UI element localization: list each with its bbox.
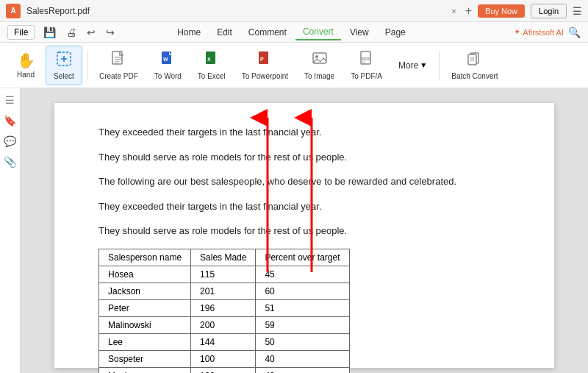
more-chevron-icon: ▼ bbox=[420, 61, 427, 69]
quick-access-toolbar: 💾 🖨 ↩ ↪ bbox=[40, 25, 118, 40]
menu-bar: File 💾 🖨 ↩ ↪ Home Edit Comment Convert V… bbox=[0, 22, 588, 43]
table-cell-1-1: 201 bbox=[191, 283, 256, 299]
table-row: Lee14450 bbox=[99, 333, 350, 350]
paragraph-3: The following are our best salespeople, … bbox=[98, 174, 510, 189]
table-cell-2-1: 196 bbox=[191, 299, 256, 316]
select-tool-button[interactable]: Select bbox=[46, 46, 82, 85]
table-cell-1-0: Jackson bbox=[99, 283, 191, 299]
table-row: Jackson20160 bbox=[99, 283, 350, 299]
login-button[interactable]: Login bbox=[531, 4, 567, 18]
to-image-label: To Image bbox=[304, 72, 334, 80]
nav-home[interactable]: Home bbox=[170, 25, 208, 40]
pdf-page: They exceeded their targets in the last … bbox=[54, 103, 554, 368]
menu-bar-left: File 💾 🖨 ↩ ↪ bbox=[7, 25, 118, 40]
create-pdf-icon bbox=[110, 51, 126, 71]
table-cell-2-2: 51 bbox=[256, 299, 349, 316]
svg-text:/A: /A bbox=[362, 60, 365, 64]
nav-edit[interactable]: Edit bbox=[209, 25, 240, 40]
svg-point-14 bbox=[315, 55, 318, 58]
table-row: Sospeter10040 bbox=[99, 350, 350, 367]
to-powerpoint-icon: P bbox=[257, 51, 273, 71]
content-area: They exceeded their targets in the last … bbox=[21, 88, 588, 373]
app-logo: A bbox=[6, 4, 21, 18]
table-row: Hosea11545 bbox=[99, 266, 350, 283]
nav-page[interactable]: Page bbox=[378, 25, 413, 40]
table-row: Malinowski20059 bbox=[99, 316, 350, 333]
table-cell-4-1: 144 bbox=[191, 333, 256, 350]
ai-star-icon: ✦ bbox=[514, 27, 520, 37]
sidebar-panel-icon[interactable]: ☰ bbox=[5, 94, 15, 106]
to-pdfa-icon: PDF /A bbox=[359, 51, 375, 71]
paragraph-4: They exceeded their targets in the last … bbox=[98, 199, 510, 214]
main-layout: ☰ 🔖 💬 📎 They exceeded their targets bbox=[0, 88, 588, 373]
to-excel-icon: X bbox=[204, 51, 220, 71]
table-cell-5-2: 40 bbox=[256, 350, 349, 367]
close-tab-button[interactable]: × bbox=[451, 7, 456, 15]
batch-convert-icon bbox=[467, 51, 483, 71]
title-bar-right: Buy Now Login ☰ bbox=[478, 4, 582, 18]
table-cell-0-2: 45 bbox=[256, 266, 349, 283]
table-row: Mackau12043 bbox=[99, 367, 350, 373]
save-icon-button[interactable]: 💾 bbox=[40, 25, 59, 40]
hamburger-menu-icon[interactable]: ☰ bbox=[573, 5, 582, 17]
nav-view[interactable]: View bbox=[343, 25, 376, 40]
nav-convert[interactable]: Convert bbox=[295, 24, 341, 40]
nav-comment[interactable]: Comment bbox=[241, 25, 294, 40]
table-cell-6-0: Mackau bbox=[99, 367, 191, 373]
table-cell-3-0: Malinowski bbox=[99, 316, 191, 333]
toolbar-separator-1 bbox=[87, 51, 87, 80]
left-sidebar: ☰ 🔖 💬 📎 bbox=[0, 88, 21, 373]
table-cell-4-2: 50 bbox=[256, 333, 349, 350]
select-icon bbox=[56, 51, 72, 71]
title-bar: A SalesReport.pdf × + Buy Now Login ☰ bbox=[0, 0, 588, 22]
sidebar-comment-icon[interactable]: 💬 bbox=[4, 135, 16, 147]
create-pdf-button[interactable]: Create PDF bbox=[92, 46, 146, 85]
col-header-sales: Sales Made bbox=[191, 249, 256, 266]
toolbar-separator-2 bbox=[439, 51, 440, 80]
buy-now-button[interactable]: Buy Now bbox=[478, 4, 525, 18]
redo-icon-button[interactable]: ↪ bbox=[103, 25, 118, 40]
more-label: More bbox=[398, 60, 418, 71]
to-excel-label: To Excel bbox=[198, 72, 226, 80]
table-cell-0-0: Hosea bbox=[99, 266, 191, 283]
col-header-percent: Percent over target bbox=[256, 249, 349, 266]
create-pdf-label: Create PDF bbox=[99, 72, 138, 80]
paragraph-5: They should serve as role models for the… bbox=[98, 224, 510, 238]
table-cell-3-1: 200 bbox=[191, 316, 256, 333]
svg-rect-19 bbox=[468, 54, 476, 65]
table-cell-2-0: Peter bbox=[99, 299, 191, 316]
to-pdfa-button[interactable]: PDF /A To PDF/A bbox=[343, 46, 390, 85]
to-powerpoint-button[interactable]: P To Powerpoint bbox=[234, 46, 295, 85]
table-cell-5-1: 100 bbox=[191, 350, 256, 367]
undo-icon-button[interactable]: ↩ bbox=[84, 25, 98, 40]
search-button[interactable]: 🔍 bbox=[568, 26, 581, 38]
hand-label: Hand bbox=[17, 71, 35, 79]
nav-menu: Home Edit Comment Convert View Page bbox=[170, 24, 413, 40]
to-word-button[interactable]: W To Word bbox=[147, 46, 189, 85]
table-cell-4-0: Lee bbox=[99, 333, 191, 350]
new-tab-button[interactable]: + bbox=[465, 4, 472, 18]
table-cell-0-1: 115 bbox=[191, 266, 256, 283]
hand-tool-button[interactable]: ✋ Hand bbox=[7, 46, 44, 85]
svg-text:P: P bbox=[260, 57, 264, 62]
batch-convert-button[interactable]: Batch Convert bbox=[444, 46, 505, 85]
sidebar-attachment-icon[interactable]: 📎 bbox=[4, 156, 16, 168]
paragraph-1: They exceeded their targets in the last … bbox=[98, 125, 510, 140]
to-word-label: To Word bbox=[154, 72, 182, 80]
to-excel-button[interactable]: X To Excel bbox=[190, 46, 233, 85]
to-word-icon: W bbox=[159, 51, 176, 71]
sidebar-bookmark-icon[interactable]: 🔖 bbox=[4, 115, 16, 127]
to-powerpoint-label: To Powerpoint bbox=[242, 72, 288, 80]
svg-text:X: X bbox=[207, 57, 211, 62]
ai-label[interactable]: ✦ Afirstsoft AI bbox=[514, 27, 564, 37]
to-image-button[interactable]: To Image bbox=[297, 46, 342, 85]
table-header-row: Salesperson name Sales Made Percent over… bbox=[99, 249, 350, 266]
print-icon-button[interactable]: 🖨 bbox=[63, 25, 79, 40]
select-label: Select bbox=[54, 72, 74, 80]
file-menu[interactable]: File bbox=[7, 25, 35, 40]
batch-convert-label: Batch Convert bbox=[451, 72, 498, 80]
paragraph-2: They should serve as role models for the… bbox=[98, 150, 510, 165]
more-button[interactable]: More ▼ bbox=[391, 46, 434, 85]
hand-icon: ✋ bbox=[17, 51, 35, 69]
table-cell-6-2: 43 bbox=[256, 367, 349, 373]
